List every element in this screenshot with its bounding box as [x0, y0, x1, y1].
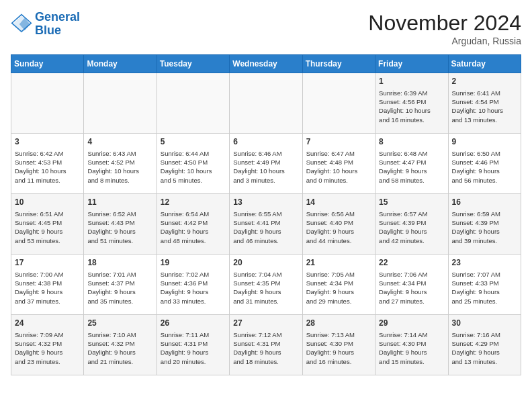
- day-info: Daylight: 9 hours: [233, 348, 298, 357]
- day-info: Daylight: 9 hours: [379, 167, 444, 175]
- day-info: Sunset: 4:36 PM: [161, 279, 226, 287]
- day-info: Sunset: 4:35 PM: [233, 279, 298, 287]
- day-info: Sunset: 4:56 PM: [379, 97, 444, 106]
- day-info: Sunrise: 6:42 AM: [15, 149, 80, 158]
- day-info: Sunset: 4:38 PM: [15, 279, 80, 287]
- day-info: Daylight: 9 hours: [87, 227, 152, 236]
- day-number: 19: [161, 257, 226, 269]
- calendar-cell: 7Sunrise: 6:47 AMSunset: 4:48 PMDaylight…: [302, 134, 375, 194]
- day-info: Sunrise: 7:04 AM: [233, 270, 298, 279]
- day-info: Daylight: 9 hours: [306, 287, 371, 296]
- day-info: and 16 minutes.: [379, 116, 444, 124]
- day-info: Sunrise: 6:43 AM: [87, 149, 152, 158]
- day-info: Daylight: 10 hours: [87, 167, 152, 175]
- day-info: Daylight: 9 hours: [161, 227, 226, 236]
- day-info: Sunrise: 7:06 AM: [379, 270, 444, 279]
- day-info: and 51 minutes.: [87, 236, 152, 245]
- day-info: Sunset: 4:30 PM: [379, 339, 444, 348]
- calendar-cell: 25Sunrise: 7:10 AMSunset: 4:32 PMDayligh…: [84, 315, 157, 375]
- day-info: Daylight: 10 hours: [452, 106, 517, 115]
- calendar-cell: 3Sunrise: 6:42 AMSunset: 4:53 PMDaylight…: [11, 134, 84, 194]
- day-info: and 27 minutes.: [379, 297, 444, 306]
- calendar-cell: 4Sunrise: 6:43 AMSunset: 4:52 PMDaylight…: [84, 134, 157, 194]
- day-info: Daylight: 9 hours: [452, 348, 517, 357]
- title-block: November 2024 Argudan, Russia: [368, 11, 521, 46]
- day-info: and 5 minutes.: [161, 176, 226, 185]
- day-number: 14: [306, 197, 371, 208]
- day-info: Sunrise: 6:56 AM: [306, 210, 371, 218]
- day-info: and 25 minutes.: [452, 297, 517, 306]
- calendar-cell: 6Sunrise: 6:46 AMSunset: 4:49 PMDaylight…: [230, 134, 302, 194]
- day-number: 21: [306, 257, 371, 269]
- calendar-week-row: 17Sunrise: 7:00 AMSunset: 4:38 PMDayligh…: [11, 255, 521, 315]
- day-info: Daylight: 9 hours: [233, 287, 298, 296]
- day-number: 16: [452, 197, 517, 208]
- day-info: Sunset: 4:31 PM: [161, 339, 226, 348]
- day-number: 9: [452, 136, 517, 148]
- weekday-header-cell: Monday: [84, 55, 157, 73]
- month-title: November 2024: [368, 11, 521, 36]
- day-info: Daylight: 10 hours: [15, 167, 80, 175]
- day-info: Sunset: 4:47 PM: [379, 158, 444, 167]
- day-info: Sunrise: 7:10 AM: [87, 330, 152, 339]
- day-number: 24: [15, 318, 80, 329]
- day-info: Sunset: 4:34 PM: [306, 279, 371, 287]
- day-info: Daylight: 9 hours: [15, 348, 80, 357]
- calendar-cell: 24Sunrise: 7:09 AMSunset: 4:32 PMDayligh…: [11, 315, 84, 375]
- day-info: Daylight: 9 hours: [306, 348, 371, 357]
- day-info: Sunset: 4:33 PM: [452, 279, 517, 287]
- weekday-header-cell: Friday: [375, 55, 448, 73]
- day-number: 5: [161, 136, 226, 148]
- calendar-week-row: 3Sunrise: 6:42 AMSunset: 4:53 PMDaylight…: [11, 134, 521, 194]
- calendar-cell: 27Sunrise: 7:12 AMSunset: 4:31 PMDayligh…: [230, 315, 302, 375]
- day-number: 4: [87, 136, 152, 148]
- day-info: and 0 minutes.: [306, 176, 371, 185]
- day-info: Sunset: 4:52 PM: [87, 158, 152, 167]
- day-info: Sunrise: 6:57 AM: [379, 210, 444, 218]
- day-info: Sunrise: 6:55 AM: [233, 210, 298, 218]
- weekday-header-cell: Thursday: [302, 55, 375, 73]
- day-number: 29: [379, 318, 444, 329]
- calendar-week-row: 10Sunrise: 6:51 AMSunset: 4:45 PMDayligh…: [11, 194, 521, 255]
- day-number: 23: [452, 257, 517, 269]
- day-number: 30: [452, 318, 517, 329]
- weekday-header-cell: Wednesday: [230, 55, 302, 73]
- calendar-cell: 15Sunrise: 6:57 AMSunset: 4:39 PMDayligh…: [375, 194, 448, 255]
- day-info: and 18 minutes.: [233, 357, 298, 366]
- calendar-cell: 12Sunrise: 6:54 AMSunset: 4:42 PMDayligh…: [157, 194, 229, 255]
- day-number: 7: [306, 136, 371, 148]
- day-info: Sunrise: 7:14 AM: [379, 330, 444, 339]
- day-info: Daylight: 9 hours: [15, 287, 80, 296]
- calendar-cell: 10Sunrise: 6:51 AMSunset: 4:45 PMDayligh…: [11, 194, 84, 255]
- day-info: Sunrise: 6:48 AM: [379, 149, 444, 158]
- location: Argudan, Russia: [368, 36, 521, 46]
- day-info: and 42 minutes.: [379, 236, 444, 245]
- day-info: Sunset: 4:46 PM: [452, 158, 517, 167]
- calendar-week-row: 1Sunrise: 6:39 AMSunset: 4:56 PMDaylight…: [11, 73, 521, 134]
- day-number: 18: [87, 257, 152, 269]
- day-info: Daylight: 9 hours: [233, 227, 298, 236]
- day-info: and 3 minutes.: [233, 176, 298, 185]
- calendar-cell: [11, 73, 84, 134]
- calendar-cell: 21Sunrise: 7:05 AMSunset: 4:34 PMDayligh…: [302, 255, 375, 315]
- day-info: Sunset: 4:32 PM: [15, 339, 80, 348]
- calendar-cell: [84, 73, 157, 134]
- day-number: 8: [379, 136, 444, 148]
- day-info: Daylight: 10 hours: [379, 106, 444, 115]
- day-info: Daylight: 9 hours: [452, 287, 517, 296]
- day-info: Sunset: 4:34 PM: [379, 279, 444, 287]
- day-info: and 13 minutes.: [452, 116, 517, 124]
- day-info: Sunset: 4:53 PM: [15, 158, 80, 167]
- day-info: Sunset: 4:49 PM: [233, 158, 298, 167]
- calendar-cell: 2Sunrise: 6:41 AMSunset: 4:54 PMDaylight…: [448, 73, 521, 134]
- day-number: 3: [15, 136, 80, 148]
- calendar-cell: 22Sunrise: 7:06 AMSunset: 4:34 PMDayligh…: [375, 255, 448, 315]
- day-number: 10: [15, 197, 80, 208]
- day-info: Sunset: 4:48 PM: [306, 158, 371, 167]
- day-info: Sunrise: 7:07 AM: [452, 270, 517, 279]
- weekday-header-row: SundayMondayTuesdayWednesdayThursdayFrid…: [11, 55, 521, 73]
- calendar-header: SundayMondayTuesdayWednesdayThursdayFrid…: [11, 55, 521, 73]
- day-info: and 53 minutes.: [15, 236, 80, 245]
- calendar-cell: [230, 73, 302, 134]
- day-info: Sunset: 4:29 PM: [452, 339, 517, 348]
